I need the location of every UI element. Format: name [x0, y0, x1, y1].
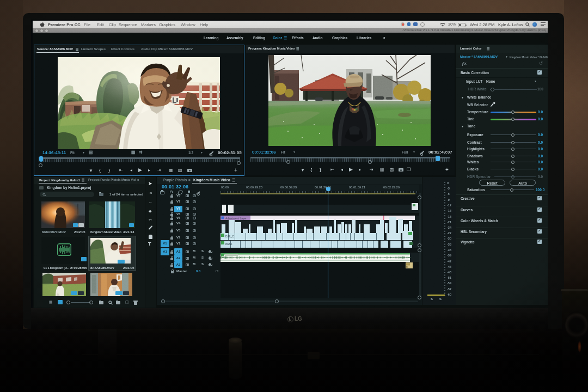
svg-text:Adjustment Layer: Adjustment Layer [225, 217, 247, 220]
svg-text:DJE_C: DJE_C [225, 235, 234, 238]
svg-text:8A6A: 8A6A [225, 242, 232, 246]
